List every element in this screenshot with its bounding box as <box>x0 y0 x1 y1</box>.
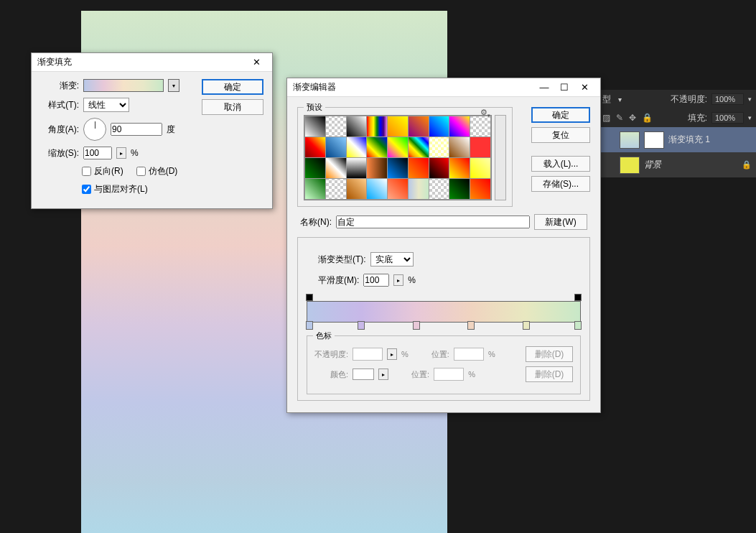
preset-swatch[interactable] <box>388 179 408 199</box>
opacity-position-input[interactable] <box>454 348 484 361</box>
delete-opacity-stop-button[interactable]: 删除(D) <box>526 346 573 362</box>
gradient-bar[interactable] <box>307 301 581 323</box>
fill-dropdown-icon[interactable]: ▾ <box>748 114 752 121</box>
preset-swatch[interactable] <box>470 116 490 136</box>
preset-swatch[interactable] <box>367 137 387 157</box>
opacity-stepper[interactable]: ▸ <box>387 348 397 360</box>
preset-swatch[interactable] <box>326 158 346 178</box>
smooth-stepper[interactable]: ▸ <box>393 274 403 286</box>
type-select[interactable]: 实底 <box>370 252 414 266</box>
scale-stepper[interactable]: ▸ <box>116 147 126 159</box>
color-stop[interactable] <box>306 321 313 330</box>
lock-pixels-icon[interactable]: ✎ <box>616 113 623 123</box>
preset-swatch[interactable] <box>305 158 325 178</box>
layer-row-gradient-fill[interactable]: 渐变填充 1 <box>598 127 756 152</box>
preset-swatch[interactable] <box>388 158 408 178</box>
reset-button[interactable]: 复位 <box>531 127 590 143</box>
preset-swatch[interactable] <box>367 116 387 136</box>
preset-swatch[interactable] <box>470 137 490 157</box>
preset-swatch[interactable] <box>409 116 429 136</box>
preset-swatch[interactable] <box>347 116 367 136</box>
opacity-stop-input[interactable] <box>353 348 383 361</box>
new-button[interactable]: 新建(W) <box>534 214 587 230</box>
color-stop[interactable] <box>574 321 582 330</box>
color-stop[interactable] <box>467 321 475 330</box>
color-dropdown[interactable]: ▸ <box>378 369 388 380</box>
preset-swatch[interactable] <box>347 137 367 157</box>
minimize-button[interactable]: — <box>534 80 554 95</box>
opacity-input[interactable]: 100% <box>711 93 744 105</box>
preset-swatch[interactable] <box>429 179 449 199</box>
scale-input[interactable] <box>83 147 112 159</box>
preset-swatch[interactable] <box>388 137 408 157</box>
layer-row-background[interactable]: 背景 🔒 <box>598 152 756 177</box>
preset-swatch[interactable] <box>305 179 325 199</box>
preset-swatch[interactable] <box>429 137 449 157</box>
close-button[interactable]: ✕ <box>574 80 594 95</box>
preset-swatch[interactable] <box>326 179 346 199</box>
layer-name[interactable]: 背景 <box>644 159 661 171</box>
blend-dropdown-icon[interactable]: ▾ <box>618 96 622 103</box>
lock-position-icon[interactable]: ✥ <box>629 113 636 123</box>
preset-swatch[interactable] <box>347 179 367 199</box>
close-button[interactable]: ✕ <box>246 55 266 70</box>
color-swatch[interactable] <box>353 369 374 380</box>
gradient-dropdown-button[interactable]: ▾ <box>168 79 179 92</box>
color-stop[interactable] <box>523 321 530 330</box>
lock-transparency-icon[interactable]: ▨ <box>602 113 610 123</box>
preset-swatch[interactable] <box>429 116 449 136</box>
preset-swatch[interactable] <box>326 116 346 136</box>
layer-mask-thumbnail[interactable] <box>644 131 664 149</box>
color-stop[interactable] <box>413 321 420 330</box>
name-input[interactable] <box>336 215 530 228</box>
opacity-stop[interactable] <box>306 294 313 301</box>
titlebar[interactable]: 渐变填充 ✕ <box>32 53 272 72</box>
titlebar[interactable]: 渐变编辑器 — ☐ ✕ <box>287 78 600 97</box>
gradient-preview-swatch[interactable] <box>83 79 164 92</box>
opacity-stop[interactable] <box>574 294 582 301</box>
preset-swatch[interactable] <box>388 116 408 136</box>
blend-mode-select[interactable]: 型 <box>602 93 611 106</box>
preset-swatch[interactable] <box>449 179 470 199</box>
preset-swatch[interactable] <box>326 137 346 157</box>
preset-swatch[interactable] <box>367 158 387 178</box>
ok-button[interactable]: 确定 <box>202 79 263 95</box>
lock-all-icon[interactable]: 🔒 <box>642 113 653 123</box>
layer-name[interactable]: 渐变填充 1 <box>668 134 710 146</box>
dither-checkbox[interactable]: 仿色(D) <box>136 165 178 177</box>
load-button[interactable]: 载入(L)... <box>531 156 590 172</box>
ok-button[interactable]: 确定 <box>531 107 590 123</box>
color-stop[interactable] <box>358 321 365 330</box>
preset-swatch[interactable] <box>409 179 429 199</box>
gradient-bar-editor[interactable] <box>307 294 581 330</box>
preset-swatch[interactable] <box>347 158 367 178</box>
preset-swatch[interactable] <box>409 137 429 157</box>
angle-dial[interactable] <box>83 118 106 141</box>
save-button[interactable]: 存储(S)... <box>531 176 590 192</box>
presets-menu-icon[interactable]: ⚙▾ <box>480 108 490 119</box>
preset-swatch[interactable] <box>429 158 449 178</box>
opacity-dropdown-icon[interactable]: ▾ <box>748 96 752 103</box>
layer-thumbnail[interactable] <box>620 157 640 174</box>
layer-thumbnail[interactable] <box>620 131 640 149</box>
preset-swatch[interactable] <box>470 179 490 199</box>
preset-swatch[interactable] <box>449 137 470 157</box>
visibility-toggle[interactable] <box>602 134 615 147</box>
fill-input[interactable]: 100% <box>711 112 744 124</box>
preset-swatch[interactable] <box>305 137 325 157</box>
style-select[interactable]: 线性 <box>83 98 129 112</box>
delete-color-stop-button[interactable]: 删除(D) <box>526 366 573 382</box>
color-position-input[interactable] <box>434 368 464 381</box>
align-checkbox[interactable]: 与图层对齐(L) <box>82 183 148 195</box>
maximize-button[interactable]: ☐ <box>554 80 574 95</box>
smooth-input[interactable] <box>363 274 389 287</box>
preset-swatch[interactable] <box>367 179 387 199</box>
preset-swatch[interactable] <box>449 158 470 178</box>
presets-scrollbar[interactable] <box>495 115 506 200</box>
preset-swatch[interactable] <box>470 158 490 178</box>
reverse-checkbox[interactable]: 反向(R) <box>82 165 123 177</box>
angle-input[interactable] <box>111 123 162 136</box>
cancel-button[interactable]: 取消 <box>202 99 263 115</box>
preset-swatch[interactable] <box>305 116 325 136</box>
preset-swatch[interactable] <box>449 116 470 136</box>
